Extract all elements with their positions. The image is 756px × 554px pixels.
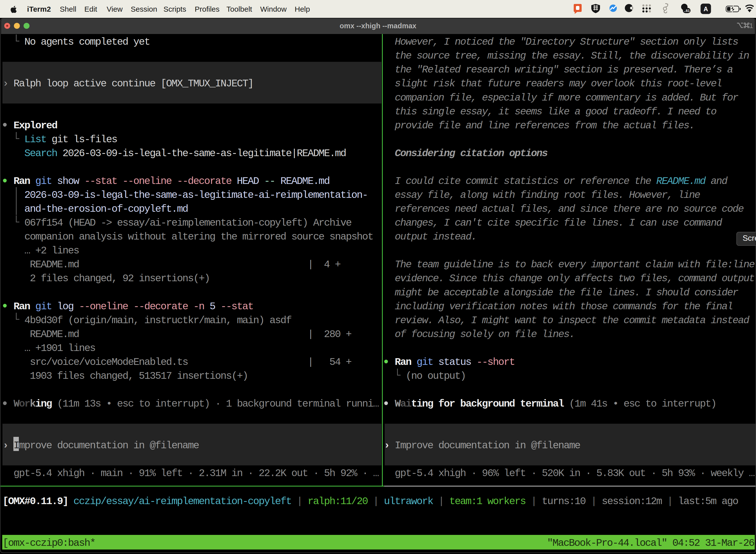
svg-text:A: A (703, 5, 708, 12)
svg-text:..61: ..61 (684, 9, 690, 13)
